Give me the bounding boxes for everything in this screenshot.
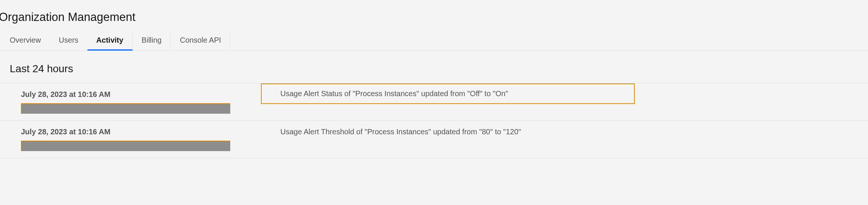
tab-billing[interactable]: Billing — [133, 31, 171, 51]
activity-timestamp: July 28, 2023 at 10:16 AM — [21, 128, 262, 136]
activity-row: July 28, 2023 at 10:16 AM Usage Alert St… — [0, 83, 868, 120]
activity-row: July 28, 2023 at 10:16 AM Usage Alert Th… — [0, 120, 868, 158]
tab-console-api[interactable]: Console API — [171, 31, 230, 51]
tab-activity[interactable]: Activity — [87, 31, 133, 51]
activity-row-left: July 28, 2023 at 10:16 AM — [0, 83, 262, 120]
activity-row-right: Usage Alert Status of "Process Instances… — [262, 83, 868, 111]
section-heading: Last 24 hours — [0, 51, 868, 83]
activity-message: Usage Alert Threshold of "Process Instan… — [280, 128, 521, 136]
tab-users[interactable]: Users — [50, 31, 87, 51]
activity-row-left: July 28, 2023 at 10:16 AM — [0, 121, 262, 158]
tabs-navigation: Overview Users Activity Billing Console … — [0, 31, 868, 51]
organization-management-page: Organization Management Overview Users A… — [0, 0, 868, 158]
activity-user-redacted — [21, 141, 230, 151]
activity-timestamp: July 28, 2023 at 10:16 AM — [21, 90, 262, 99]
tab-overview[interactable]: Overview — [0, 31, 50, 51]
activity-message: Usage Alert Status of "Process Instances… — [280, 89, 508, 98]
activity-row-right: Usage Alert Threshold of "Process Instan… — [262, 121, 868, 143]
activity-list: July 28, 2023 at 10:16 AM Usage Alert St… — [0, 83, 868, 158]
page-title: Organization Management — [0, 0, 868, 31]
activity-user-redacted — [21, 103, 230, 114]
activity-highlight-box: Usage Alert Status of "Process Instances… — [261, 83, 635, 104]
